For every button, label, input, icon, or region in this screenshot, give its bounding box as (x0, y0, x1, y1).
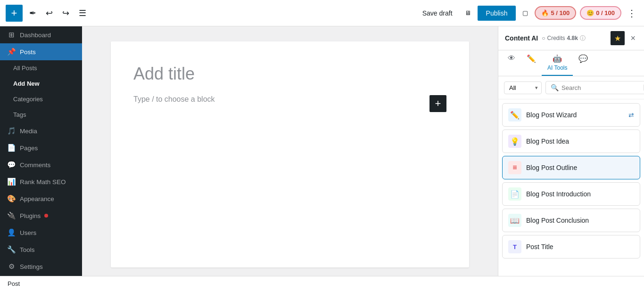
sidebar: ⊞ Dashboard 📌 Posts All Posts Add New Ca… (0, 26, 82, 276)
sidebar-item-dashboard[interactable]: ⊞ Dashboard (0, 26, 82, 43)
list-item[interactable]: T Post Title (502, 235, 640, 259)
monitor-icon: 🖥 (465, 9, 471, 16)
tab-ai-tools[interactable]: 🤖 AI Tools (542, 50, 573, 76)
undo-icon: ↩ (46, 8, 53, 18)
list-item[interactable]: ✏️ Blog Post Wizard ⇄ (502, 103, 640, 127)
sidebar-item-media[interactable]: 🎵 Media (0, 122, 82, 139)
tab-edit[interactable]: ✏️ (521, 50, 542, 76)
sidebar-item-all-posts[interactable]: All Posts (0, 60, 82, 76)
sidebar-item-pages[interactable]: 📄 Pages (0, 139, 82, 156)
sidebar-item-categories[interactable]: Categories (0, 91, 82, 107)
sidebar-label-users: Users (20, 229, 36, 236)
panel-title: Content AI (505, 34, 538, 42)
preview-button[interactable]: 🖥 (462, 7, 474, 19)
ai-tools-list: ✏️ Blog Post Wizard ⇄ 💡 Blog Post Idea ≡… (498, 99, 644, 276)
post-title-field[interactable]: Add title (133, 64, 446, 84)
flame-icon: 🔥 (541, 9, 549, 16)
info-icon: ⓘ (580, 34, 586, 42)
sidebar-label-pages: Pages (20, 145, 38, 152)
comments-icon: 💬 (7, 161, 16, 169)
eye-tab-icon: 👁 (508, 54, 515, 63)
sidebar-item-plugins[interactable]: 🔌 Plugins (0, 207, 82, 224)
pen-tool-button[interactable]: ✒ (26, 5, 39, 21)
editor-footer: Post (0, 276, 644, 291)
close-panel-button[interactable]: × (628, 32, 637, 45)
sidebar-label-tools: Tools (20, 246, 35, 253)
list-item[interactable]: ≡ Blog Post Outline (502, 156, 640, 179)
sidebar-item-rankmath[interactable]: 📊 Rank Math SEO (0, 173, 82, 190)
footer-label: Post (8, 280, 20, 287)
tab-eye[interactable]: 👁 (502, 50, 521, 76)
publish-button[interactable]: Publish (478, 6, 516, 21)
star-button[interactable]: ★ (611, 31, 625, 45)
right-panel-toolbar: All 🔍 / (498, 76, 644, 99)
tools-icon: 🔧 (7, 245, 16, 254)
conclusion-icon: 📖 (508, 214, 521, 227)
sidebar-item-appearance[interactable]: 🎨 Appearance (0, 190, 82, 207)
sidebar-item-settings[interactable]: ⚙ Settings (0, 258, 82, 275)
add-block-button[interactable]: + (6, 5, 23, 22)
add-block-inline-button[interactable]: + (429, 95, 446, 112)
seo-score-button[interactable]: 🔥 5 / 100 (535, 6, 576, 20)
sidebar-item-posts[interactable]: 📌 Posts (0, 43, 82, 60)
redo-icon: ↪ (62, 8, 69, 18)
search-input[interactable] (561, 84, 641, 91)
sidebar-label-plugins: Plugins (20, 212, 41, 219)
idea-icon: 💡 (508, 135, 521, 148)
sidebar-item-add-new[interactable]: Add New (0, 76, 82, 91)
sidebar-item-tools[interactable]: 🔧 Tools (0, 241, 82, 258)
edit-tab-icon: ✏️ (527, 54, 536, 63)
undo-button[interactable]: ↩ (43, 5, 56, 21)
editor-area: Add title Type / to choose a block + (82, 26, 498, 276)
readability-score-button[interactable]: 😊 0 / 100 (580, 6, 621, 20)
users-icon: 👤 (7, 228, 16, 237)
filter-select[interactable]: All (504, 81, 542, 94)
redo-button[interactable]: ↪ (59, 5, 72, 21)
wizard-label: Blog Post Wizard (526, 111, 624, 119)
sidebar-label-posts: Posts (20, 48, 36, 56)
message-tab-icon: 💬 (578, 54, 588, 63)
editor-body: Type / to choose a block + (133, 95, 446, 112)
sidebar-label-settings: Settings (20, 263, 43, 270)
list-item[interactable]: 💡 Blog Post Idea (502, 129, 640, 153)
sidebar-toggle-button[interactable]: ▢ (520, 7, 531, 19)
tab-message[interactable]: 💬 (573, 50, 594, 76)
sidebar-label-add-new: Add New (13, 80, 40, 87)
settings-icon: ⚙ (7, 262, 16, 271)
plus-icon: + (11, 7, 17, 19)
right-panel-header: Content AI ○ Credits 4.8k ⓘ ★ × (498, 26, 644, 50)
conclusion-label: Blog Post Conclusion (526, 217, 634, 224)
more-options-button[interactable]: ⋮ (625, 6, 638, 21)
pen-icon: ✒ (29, 8, 36, 18)
top-bar: + ✒ ↩ ↪ ☰ Save draft 🖥 Publish ▢ 🔥 5 / 1… (0, 0, 644, 26)
pages-icon: 📄 (7, 144, 16, 152)
editor-canvas: Add title Type / to choose a block + (111, 41, 469, 267)
sidebar-icon: ▢ (522, 9, 528, 16)
sidebar-label-tags: Tags (13, 111, 26, 118)
app-container: + ✒ ↩ ↪ ☰ Save draft 🖥 Publish ▢ 🔥 5 / 1… (0, 0, 644, 291)
media-icon: 🎵 (7, 127, 16, 135)
title-label: Post Title (526, 243, 634, 251)
main-area: ⊞ Dashboard 📌 Posts All Posts Add New Ca… (0, 26, 644, 276)
sidebar-label-rankmath: Rank Math SEO (20, 178, 66, 186)
list-item[interactable]: 📖 Blog Post Conclusion (502, 209, 640, 232)
sidebar-label-media: Media (20, 128, 37, 135)
posts-submenu: All Posts Add New Categories Tags (0, 60, 82, 122)
credits-info: ○ Credits 4.8k ⓘ (542, 34, 586, 42)
plugins-notification (44, 214, 48, 218)
rankmath-icon: 📊 (7, 178, 16, 186)
outline-icon: ≡ (508, 161, 521, 174)
intro-label: Blog Post Introduction (526, 190, 634, 198)
sidebar-item-tags[interactable]: Tags (0, 107, 82, 122)
ai-tab-icon: 🤖 (553, 54, 562, 63)
credits-value: 4.8k (567, 35, 578, 41)
sidebar-label-appearance: Appearance (20, 195, 54, 202)
list-item[interactable]: 📄 Blog Post Introduction (502, 182, 640, 206)
ai-tab-label: AI Tools (547, 65, 567, 71)
sidebar-item-comments[interactable]: 💬 Comments (0, 156, 82, 173)
save-draft-button[interactable]: Save draft (417, 7, 458, 20)
list-view-button[interactable]: ☰ (76, 5, 89, 21)
sidebar-item-users[interactable]: 👤 Users (0, 224, 82, 241)
appearance-icon: 🎨 (7, 194, 16, 203)
search-icon: 🔍 (551, 84, 559, 91)
